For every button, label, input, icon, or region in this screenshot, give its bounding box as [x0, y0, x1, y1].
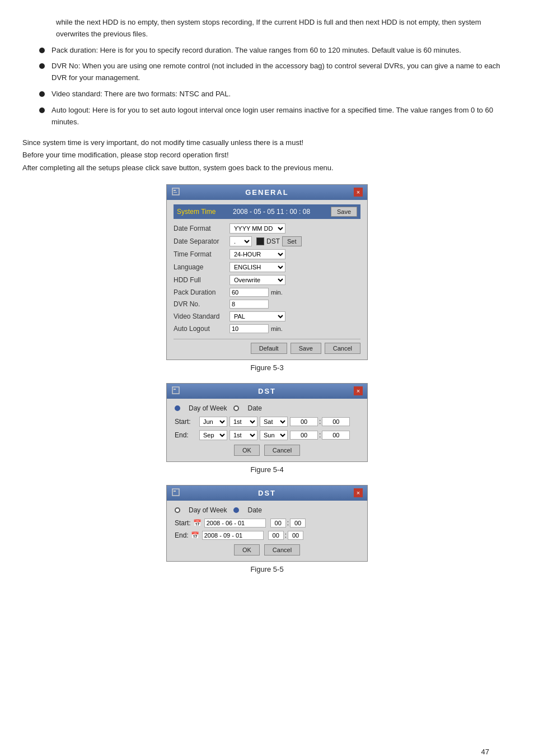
hdd-full-row: HDD Full Overwrite [174, 275, 360, 285]
figure-5-4-caption: Figure 5-4 [250, 465, 283, 474]
dst-date-start-label: Start: [175, 519, 191, 527]
dst-date-start-input[interactable] [204, 519, 266, 528]
dialog-title-bar: GENERAL × [167, 185, 367, 200]
save-button[interactable]: Save [331, 207, 357, 217]
video-standard-row: Video Standard PAL [174, 311, 360, 321]
page-number: 47 [481, 748, 489, 756]
dst-date-start-hour[interactable] [270, 519, 286, 528]
language-select[interactable]: ENGLISH [229, 262, 285, 272]
dst-date-title-bar: DST × [167, 486, 367, 501]
intro-text: while the next HDD is no empty, then sys… [56, 17, 512, 40]
list-item: Pack duration: Here is for you to specif… [39, 45, 512, 57]
dst-date-title: DST [180, 489, 354, 497]
time-format-select[interactable]: 24-HOUR [229, 249, 285, 259]
dst-date-end-min[interactable] [288, 531, 303, 540]
bullet-icon [39, 63, 45, 69]
dst-date-end-input[interactable] [202, 531, 264, 540]
bullet-text: DVR No: When you are using one remote co… [51, 60, 512, 84]
summary-line-2: Before your time modification, please st… [22, 149, 512, 161]
auto-logout-input[interactable] [229, 324, 269, 333]
svg-rect-3 [172, 387, 179, 394]
dst-end-min-input[interactable] [322, 431, 350, 440]
list-item: DVR No: When you are using one remote co… [39, 60, 512, 84]
dst-start-label: Start: [175, 418, 197, 426]
svg-rect-6 [174, 491, 176, 492]
dst-date-mode-row: Day of Week Date [175, 506, 359, 514]
summary-line-1: Since system time is very important, do … [22, 137, 512, 149]
general-cancel-button[interactable]: Cancel [325, 343, 360, 354]
dst-week-dialog-icon [171, 386, 180, 396]
dst-start-hour-input[interactable] [290, 417, 318, 426]
summary-line-3: After completing all the setups please c… [22, 162, 512, 174]
dst-week-title-bar: DST × [167, 384, 367, 399]
auto-logout-unit: min. [271, 325, 283, 332]
figure-5-5-caption: Figure 5-5 [250, 565, 283, 573]
dvr-no-input[interactable] [229, 300, 269, 309]
date-separator-row: Date Separator . DST Set [174, 236, 360, 246]
day-of-week-label: Day of Week [189, 404, 227, 412]
figure-5-5-container: DST × Day of Week Date Start: 📅 [22, 485, 512, 575]
dst-week-close-button[interactable]: × [354, 386, 363, 395]
dst-date-dialog-icon [171, 488, 180, 498]
dst-set-button[interactable]: Set [282, 236, 302, 246]
dst-start-min-input[interactable] [322, 417, 350, 426]
dst-date-end-time: : [268, 531, 303, 540]
date-separator-label: Date Separator [174, 237, 229, 245]
time-sep-4: : [285, 531, 287, 539]
dst-date-start-min[interactable] [290, 519, 306, 528]
day-of-week-radio-unselected [175, 507, 180, 513]
language-row: Language ENGLISH [174, 262, 360, 272]
list-item: Auto logout: Here is for you to set auto… [39, 105, 512, 128]
dst-start-day-select[interactable]: Sat [260, 417, 288, 427]
bullet-icon [39, 91, 45, 97]
bullet-icon [39, 48, 45, 53]
dst-mode-row: Day of Week Date [175, 404, 359, 412]
dvr-no-label: DVR No. [174, 300, 229, 308]
svg-rect-5 [172, 489, 179, 496]
svg-rect-2 [174, 192, 177, 193]
dst-label: DST [266, 237, 280, 245]
date-format-select[interactable]: YYYY MM DD [229, 223, 285, 234]
dst-start-month-select[interactable]: Jun [199, 417, 227, 427]
hdd-full-select[interactable]: Overwrite [229, 275, 285, 285]
dst-start-week-select[interactable]: 1st [229, 417, 257, 427]
dst-week-title: DST [180, 387, 354, 395]
date-separator-select[interactable]: . [229, 236, 252, 246]
dst-end-hour-input[interactable] [290, 431, 318, 440]
dst-date-end-hour[interactable] [268, 531, 284, 540]
hdd-full-label: HDD Full [174, 276, 229, 284]
day-of-week-radio-selected [175, 405, 180, 411]
close-button[interactable]: × [354, 188, 363, 197]
day-of-week-label-2: Day of Week [189, 506, 227, 514]
figure-5-3-caption: Figure 5-3 [250, 363, 283, 372]
svg-rect-1 [174, 190, 176, 191]
date-radio-selected [233, 507, 239, 513]
dvr-no-row: DVR No. [174, 300, 360, 309]
dst-week-ok-button[interactable]: OK [234, 445, 260, 456]
dst-date-end-row: End: 📅 : [175, 531, 359, 540]
bullet-text: Pack duration: Here is for you to specif… [51, 45, 461, 57]
date-format-label: Date Format [174, 225, 229, 232]
dst-date-body: Day of Week Date Start: 📅 : [167, 501, 367, 561]
general-save-button[interactable]: Save [291, 343, 321, 354]
general-dialog: GENERAL × System Time 2008 - 05 - 05 11 … [166, 184, 368, 360]
dst-end-month-select[interactable]: Sep [199, 430, 227, 440]
video-standard-select[interactable]: PAL [229, 311, 285, 321]
dst-date-cancel-button[interactable]: Cancel [264, 544, 300, 556]
dst-end-day-select[interactable]: Sun [260, 430, 288, 440]
default-button[interactable]: Default [251, 343, 287, 354]
bullet-text: Video standard: There are two formats: N… [51, 88, 231, 100]
calendar-start-icon: 📅 [193, 519, 202, 528]
dst-end-week-select[interactable]: 1st [229, 430, 257, 440]
system-time-value: 2008 - 05 - 05 11 : 00 : 08 [233, 208, 310, 216]
time-sep-3: : [287, 519, 289, 527]
dst-checkbox-icon [256, 237, 264, 245]
dst-week-cancel-button[interactable]: Cancel [264, 445, 300, 456]
bullet-list: Pack duration: Here is for you to specif… [39, 45, 512, 128]
dst-end-label: End: [175, 431, 197, 439]
dst-date-ok-button[interactable]: OK [234, 544, 260, 556]
dst-date-close-button[interactable]: × [354, 488, 363, 497]
dialog-title: GENERAL [180, 188, 354, 197]
pack-duration-input[interactable] [229, 288, 269, 297]
bullet-icon [39, 108, 45, 113]
